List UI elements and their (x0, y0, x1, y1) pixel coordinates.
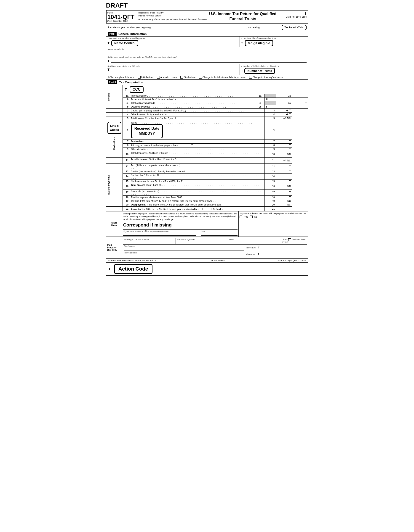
line3c-4-row: 3c City or town, state, and ZIP code T 4… (106, 64, 308, 75)
line17-text: Payments (see instructions) . . . . . . … (130, 189, 265, 195)
t-3b: T (108, 59, 110, 63)
print-name-label: Print/Type preparer's name (124, 238, 175, 241)
line17-col: 17 (265, 189, 276, 195)
line15-amount: T (276, 180, 292, 183)
ending-field[interactable] (262, 26, 280, 29)
line4-row: 4 Other income. List type and amount 4 +… (106, 113, 308, 116)
line12-num: 12 (123, 163, 130, 170)
number-of-trusts-box: Number of Trusts (244, 68, 275, 74)
ccc-row-cell: T CCC (123, 85, 276, 94)
correspond-box: Correspond if missing (123, 222, 172, 228)
sign-here-label: Sign Here (106, 211, 122, 237)
action-code-section: T Action Code (106, 263, 308, 276)
cb-fiduciary-name[interactable]: Change in the fiduciary or fiduciary's n… (199, 76, 246, 78)
line12-text: Tax. (If this is a composite return, che… (130, 163, 265, 170)
line3b-row: 3b Number, street, and room or suite no.… (106, 55, 308, 64)
line1a-text: Interest income . . . . . . . . . . . . … (130, 94, 258, 98)
yes-checkbox[interactable] (240, 216, 242, 218)
t-3c: T (108, 68, 110, 71)
part1-label: Part I (108, 32, 117, 36)
cb-amended[interactable]: Amended return (157, 76, 177, 78)
line11-num: 11 (123, 157, 130, 163)
preparer-name-cell: Print/Type preparer's name (123, 238, 176, 244)
line1-label: 1 Name of trust or other entity filing r… (108, 37, 238, 39)
line9-num: 9 (123, 147, 130, 151)
line2b-t: T (265, 105, 276, 109)
line19-amount: T/C (276, 199, 292, 203)
line9-row: 9 Other deductions . . . . . . . . . . .… (106, 147, 308, 151)
ccc-box: CCC (130, 86, 144, 93)
form-title-block: U.S. Income Tax Return for Qualified Fun… (208, 11, 277, 21)
line16-col: 16 (265, 183, 276, 189)
line10-row: 10 Total deductions. Add lines 6 through… (106, 151, 308, 157)
line3a-row: 3a Name and title (106, 47, 308, 55)
line2a-amount: T (292, 101, 308, 105)
line10-section (106, 151, 123, 157)
line8-amount: T (276, 143, 292, 147)
line2b-amount (292, 105, 308, 109)
cb-initial-label: Initial return (141, 76, 153, 78)
line6-codes-box: Line 6 Codes (108, 122, 122, 134)
cb-fiduciary-name-box[interactable] (199, 76, 202, 78)
no-label: No (255, 216, 257, 218)
line5-label: 5 Check applicable boxes: (108, 76, 134, 78)
income-label: Income (108, 93, 110, 101)
line2a-text: Total ordinary dividends . . . . . . . .… (130, 101, 258, 105)
line11-col: 11 (265, 157, 276, 163)
preparer-sig-cell: Preparer's signature (176, 238, 228, 244)
line11-amount: +/- T/C (276, 157, 292, 163)
cb-initial[interactable]: Initial return (138, 76, 153, 78)
line1a-amount: T (292, 94, 308, 98)
form-subtitle: Go to www.irs.gov/Form1041QFT for instru… (138, 18, 207, 21)
line3-amount: +/- T (276, 109, 292, 113)
line2a-num: 2a (123, 101, 130, 105)
firm-name-cell: Firm's name (123, 245, 245, 251)
tax-period-box: Tax Period YYMM (282, 25, 306, 30)
line15-text: Net Investment Income Tax from Form 8960… (130, 180, 265, 183)
self-employed-cb[interactable] (288, 238, 291, 241)
and-ending: and ending (248, 26, 260, 29)
line2b-text: Qualified dividends . . . . . . . . . . … (130, 105, 258, 109)
preparer-name-row: Print/Type preparer's name Preparer's si… (123, 238, 307, 244)
may-discuss-block: May the IRS discuss this return with the… (238, 211, 308, 237)
nine-digits-box: 9 digits/legible (245, 40, 273, 46)
line1b-num: b (123, 98, 130, 101)
line4-text: Other income. List type and amount (130, 113, 265, 116)
line2a-row: 2a Total ordinary dividends . . . . . . … (106, 101, 308, 105)
cb-amended-box[interactable] (157, 76, 160, 78)
line5-text: Total income. Combine lines 1a, 2a, 3, a… (130, 116, 265, 120)
form-number: 1041-QFT (108, 14, 137, 20)
t-21a: T (201, 207, 203, 211)
line4-num: 4 (123, 113, 130, 116)
line1-2-row: 1 Name of trust or other entity filing r… (106, 37, 308, 47)
t-ein: T (241, 41, 243, 45)
yes-label: Yes (244, 216, 248, 218)
line14-row: 14 Subtract line 13 from line 12 . . . .… (106, 173, 308, 180)
line1a-col: 1a (258, 94, 265, 98)
cb-fiduciary-address-box[interactable] (249, 76, 252, 78)
short-year-field[interactable] (152, 26, 244, 29)
form-title: U.S. Income Tax Return for Qualified Fun… (208, 11, 277, 21)
line18-row: 18 Elective payment election amount from… (106, 195, 308, 199)
line1a-num: 1a (123, 94, 130, 98)
firm-name-row: Firm's name Firm's EIN T (123, 244, 307, 251)
no-checkbox[interactable] (250, 216, 253, 218)
line15-row: 15 Net Investment Income Tax from Form 8… (106, 180, 308, 183)
line15-col: 15 (265, 180, 276, 183)
cb-fiduciary-address[interactable]: Change in fiduciary's address (249, 76, 283, 78)
line6-amount: T (276, 120, 292, 140)
line11-row: 11 Taxable income. Subtract line 10 from… (106, 157, 308, 163)
deductions-section-label: Line 6 Codes Deductions (106, 120, 123, 151)
line20-amount: T/C (276, 203, 292, 206)
cb-final-box[interactable] (180, 76, 183, 78)
part1-title: General Information (118, 32, 147, 36)
check-label: Check if self-employed (282, 238, 306, 241)
cb-final[interactable]: Final return (180, 76, 196, 78)
signature-label: Signature of trustee or officer represen… (123, 230, 197, 232)
cb-initial-box[interactable] (138, 76, 141, 78)
part1-header-row: Part I General Information (106, 31, 308, 37)
line3c-label: 3c City or town, state, and ZIP code (108, 65, 140, 67)
line14-text: Subtract line 13 from line 12 . . . . . … (130, 173, 265, 180)
line8-num: 8 (123, 143, 130, 147)
line2a-linecol: 2a (276, 101, 292, 105)
